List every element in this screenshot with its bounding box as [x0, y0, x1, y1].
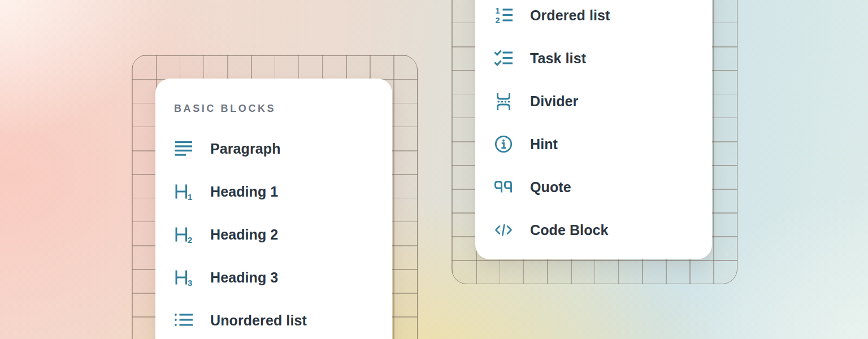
divider-icon [494, 92, 513, 111]
menu-item-divider[interactable]: Divider [494, 80, 712, 123]
menu-item-label: Unordered list [210, 312, 307, 329]
menu-item-label: Quote [530, 179, 571, 195]
quote-icon [494, 177, 513, 197]
menu-item-label: Divider [530, 93, 578, 110]
paragraph-icon [174, 139, 193, 158]
basic-blocks-items: Paragraph1Heading 12Heading 23Heading 3U… [174, 127, 392, 339]
menu-item-ordered-list[interactable]: 12Ordered list [494, 0, 712, 37]
menu-item-heading-2[interactable]: 2Heading 2 [174, 213, 392, 256]
menu-item-label: Ordered list [530, 7, 610, 24]
ordered-list-icon: 12 [494, 6, 513, 25]
heading-2-icon: 2 [174, 225, 193, 244]
menu-item-paragraph[interactable]: Paragraph [174, 127, 392, 170]
menu-item-task-list[interactable]: Task list [494, 37, 712, 80]
svg-text:1: 1 [188, 192, 192, 202]
block-menu-illustration: BASIC BLOCKS Paragraph1Heading 12Heading… [0, 0, 868, 339]
menu-item-label: Task list [530, 50, 586, 67]
code-block-icon [494, 220, 513, 240]
menu-item-heading-1[interactable]: 1Heading 1 [174, 170, 392, 213]
menu-item-code-block[interactable]: Code Block [494, 208, 712, 251]
menu-item-label: Paragraph [210, 141, 281, 157]
menu-item-label: Heading 3 [210, 270, 278, 286]
menu-item-label: Heading 2 [210, 227, 278, 243]
hint-icon [494, 134, 513, 154]
task-list-icon [494, 49, 513, 68]
menu-item-hint[interactable]: Hint [494, 123, 712, 166]
gradient-background [0, 0, 868, 339]
menu-item-label: Hint [530, 136, 558, 153]
menu-item-quote[interactable]: Quote [494, 166, 712, 208]
menu-item-heading-3[interactable]: 3Heading 3 [174, 256, 392, 299]
menu-section-title: BASIC BLOCKS [174, 100, 392, 117]
heading-3-icon: 3 [174, 268, 193, 287]
menu-item-unordered-list[interactable]: Unordered list [174, 299, 392, 339]
svg-text:3: 3 [188, 278, 192, 288]
heading-1-icon: 1 [174, 182, 193, 201]
svg-text:2: 2 [496, 16, 500, 25]
blocks-menu-right: 12Ordered listTask listDividerHintQuoteC… [475, 0, 712, 259]
unordered-list-icon [174, 311, 193, 330]
svg-text:1: 1 [496, 6, 500, 15]
menu-item-label: Heading 1 [210, 184, 278, 200]
basic-blocks-menu: BASIC BLOCKS Paragraph1Heading 12Heading… [155, 79, 392, 339]
menu-item-label: Code Block [530, 222, 609, 238]
svg-text:2: 2 [188, 235, 192, 245]
more-blocks-items: 12Ordered listTask listDividerHintQuoteC… [494, 0, 712, 251]
